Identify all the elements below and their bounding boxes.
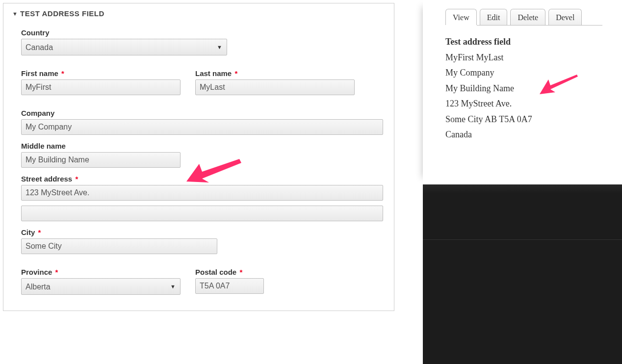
- required-marker: *: [238, 268, 242, 276]
- street-field: Street address *: [21, 175, 385, 221]
- display-title: Test address field: [445, 34, 602, 50]
- address-display: Test address field MyFirst MyLast My Com…: [445, 34, 602, 143]
- province-field: Province * Alberta: [21, 268, 181, 295]
- city-input[interactable]: [21, 238, 217, 254]
- country-label: Country: [21, 28, 385, 37]
- province-select[interactable]: Alberta: [21, 278, 181, 295]
- fieldset-legend[interactable]: ▼ TEST ADDRESS FIELD: [12, 3, 385, 22]
- required-marker: *: [60, 69, 64, 78]
- postal-input[interactable]: [195, 278, 264, 294]
- street-input-1[interactable]: [21, 185, 383, 201]
- middle-name-input[interactable]: [21, 152, 181, 168]
- first-name-input[interactable]: [21, 79, 181, 95]
- middle-name-label: Middle name: [21, 142, 385, 150]
- fieldset-title: TEST ADDRESS FIELD: [20, 9, 104, 18]
- required-marker: *: [74, 175, 78, 183]
- city-field: City *: [21, 228, 385, 254]
- address-form-panel: ▼ TEST ADDRESS FIELD Country Canada Firs…: [3, 3, 394, 311]
- street-input-2[interactable]: [21, 206, 383, 221]
- tab-devel[interactable]: Devel: [548, 9, 582, 25]
- company-input[interactable]: [21, 119, 383, 135]
- tab-edit[interactable]: Edit: [480, 9, 508, 25]
- last-name-field: Last name *: [195, 69, 355, 95]
- middle-name-field: Middle name: [21, 142, 385, 168]
- company-field: Company: [21, 109, 385, 135]
- last-name-label: Last name *: [195, 69, 355, 78]
- display-line-company: My Company: [445, 65, 602, 81]
- postal-field: Postal code *: [195, 268, 264, 295]
- display-line-country: Canada: [445, 127, 602, 143]
- tab-view[interactable]: View: [445, 9, 477, 25]
- display-line-building: My Building Name: [445, 81, 602, 97]
- country-field: Country Canada: [21, 28, 385, 55]
- display-line-name: MyFirst MyLast: [445, 50, 602, 66]
- last-name-input[interactable]: [195, 79, 355, 95]
- display-line-city: Some City AB T5A 0A7: [445, 112, 602, 128]
- collapse-icon: ▼: [12, 11, 18, 17]
- postal-label: Postal code *: [195, 268, 264, 276]
- required-marker: *: [37, 228, 41, 236]
- display-line-street: 123 MyStreet Ave.: [445, 96, 602, 112]
- street-label: Street address *: [21, 175, 385, 183]
- preview-panel: View Edit Delete Devel Test address fiel…: [423, 0, 622, 364]
- tabs: View Edit Delete Devel: [445, 9, 602, 26]
- company-label: Company: [21, 109, 385, 117]
- first-name-field: First name *: [21, 69, 181, 95]
- required-marker: *: [233, 69, 237, 78]
- required-marker: *: [54, 268, 58, 276]
- first-name-label: First name *: [21, 69, 181, 78]
- province-label: Province *: [21, 268, 181, 276]
- tab-delete[interactable]: Delete: [510, 9, 545, 25]
- form-body: Country Canada First name * Last name * …: [12, 28, 385, 302]
- country-select[interactable]: Canada: [21, 39, 227, 55]
- city-label: City *: [21, 228, 385, 236]
